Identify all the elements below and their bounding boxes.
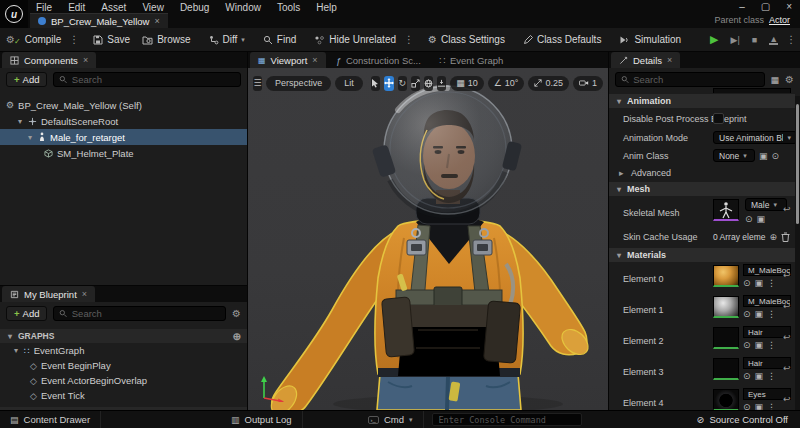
menu-view[interactable]: View — [142, 2, 164, 13]
camera-speed-control[interactable]: 1 — [573, 76, 603, 91]
viewport-3d-area[interactable]: ☰ Perspective Lit ↻ — [248, 68, 608, 410]
details-scrollbar-thumb[interactable] — [796, 104, 799, 224]
compile-options-kebab[interactable]: ⋮ — [67, 34, 81, 45]
add-array-element-icon[interactable]: ⊕ — [769, 232, 777, 242]
components-add-button[interactable]: + Add — [6, 72, 47, 87]
tab-details[interactable]: Details × — [611, 52, 680, 68]
close-window-button[interactable]: × — [786, 1, 792, 12]
scale-snap-toggle[interactable]: 0.25 — [528, 76, 569, 91]
tab-components[interactable]: Components × — [2, 52, 96, 68]
class-settings-button[interactable]: ⚙ Class Settings — [422, 28, 511, 52]
material-options-kebab[interactable]: ⋮ — [767, 371, 776, 381]
tab-event-graph[interactable]: ∷ Event Graph — [431, 52, 511, 68]
material-options-kebab[interactable]: ⋮ — [767, 340, 776, 350]
details-tab-close-icon[interactable]: × — [667, 55, 672, 65]
details-scrollbar[interactable] — [795, 96, 800, 410]
tab-my-blueprint[interactable]: My Blueprint × — [2, 286, 95, 302]
material-thumbnail[interactable] — [713, 265, 739, 287]
components-search-input[interactable] — [72, 74, 235, 85]
lit-dropdown[interactable]: Lit — [335, 76, 363, 91]
browse-button[interactable]: Browse — [136, 28, 196, 52]
use-selected-asset-icon[interactable]: ⊙ — [745, 214, 753, 224]
use-selected-asset-icon[interactable]: ⊙ — [743, 402, 751, 410]
skeletal-mesh-dropdown[interactable]: Male ▾ — [745, 198, 787, 211]
components-tab-close-icon[interactable]: × — [83, 55, 88, 65]
scale-snap-value[interactable]: 0.25 — [545, 78, 563, 88]
advanced-label[interactable]: Advanced — [631, 168, 671, 178]
browse-asset-icon[interactable]: ▣ — [755, 402, 764, 410]
reset-to-default-icon[interactable]: ↩ — [783, 270, 791, 280]
details-settings-gear-icon[interactable]: ⚙ — [785, 74, 794, 85]
browse-asset-icon[interactable]: ▣ — [757, 214, 766, 224]
details-search[interactable] — [615, 72, 765, 87]
tab-construction-script[interactable]: ƒ Construction Sc... — [328, 52, 429, 68]
graphs-section-header[interactable]: ▾ GRAPHS ⊕ — [0, 329, 247, 343]
details-search-input[interactable] — [633, 74, 758, 85]
reset-to-default-icon[interactable]: ↩ — [783, 204, 791, 214]
tree-row-event-beginplay[interactable]: ◇ Event BeginPlay — [0, 358, 247, 373]
hide-unrelated-kebab[interactable]: ⋮ — [402, 34, 416, 45]
reset-to-default-icon[interactable]: ↩ — [783, 394, 791, 404]
tab-viewport[interactable]: ▦ Viewport × — [250, 52, 326, 68]
character-male-astronaut[interactable] — [248, 68, 608, 410]
material-thumbnail[interactable] — [713, 389, 739, 410]
console-command-input-box[interactable] — [432, 413, 582, 426]
select-tool[interactable] — [371, 76, 380, 91]
material-options-kebab[interactable]: ⋮ — [767, 402, 776, 410]
rotation-snap-value[interactable]: 10° — [505, 78, 519, 88]
browse-asset-icon[interactable]: ▣ — [759, 151, 768, 161]
use-selected-asset-icon[interactable]: ⊙ — [743, 278, 751, 288]
my-blueprint-settings-gear-icon[interactable]: ⚙ — [232, 308, 241, 319]
menu-file[interactable]: File — [36, 2, 52, 13]
disable-post-process-checkbox[interactable] — [713, 113, 724, 124]
use-selected-asset-icon[interactable]: ⊙ — [743, 309, 751, 319]
perspective-dropdown[interactable]: Perspective — [266, 76, 331, 91]
my-blueprint-search[interactable] — [53, 306, 226, 321]
browse-asset-icon[interactable]: ▣ — [755, 340, 764, 350]
content-drawer-button[interactable]: ▤ Content Drawer — [0, 411, 101, 428]
rotation-snap-toggle[interactable]: ∠ 10° — [488, 76, 525, 91]
reset-to-default-icon[interactable]: ↩ — [783, 332, 791, 342]
minimize-button[interactable]: – — [739, 1, 745, 12]
cmd-dropdown[interactable]: ›_ Cmd ▾ — [358, 411, 424, 428]
section-animation[interactable]: ▾ Animation — [609, 94, 795, 108]
my-blueprint-add-button[interactable]: + Add — [6, 306, 47, 321]
use-selected-asset-icon[interactable]: ⊙ — [743, 340, 751, 350]
viewport-menu-icon[interactable]: ☰ — [253, 76, 262, 91]
tree-row-defaultsceneroot[interactable]: ▾ DefaultSceneRoot — [0, 113, 247, 129]
expander-icon[interactable]: ▾ — [12, 346, 20, 355]
unreal-logo[interactable]: u — [0, 0, 28, 28]
parent-class-link[interactable]: Actor — [769, 15, 790, 25]
menu-help[interactable]: Help — [316, 2, 337, 13]
scale-tool[interactable] — [411, 76, 420, 91]
grid-snap-toggle[interactable]: ▦ 10 — [450, 76, 484, 91]
expander-icon[interactable]: ▾ — [16, 117, 24, 126]
find-button[interactable]: Find — [257, 28, 302, 52]
my-blueprint-search-input[interactable] — [72, 308, 220, 319]
world-coordinate-toggle[interactable] — [424, 76, 433, 91]
components-search[interactable] — [53, 72, 241, 87]
anim-class-dropdown[interactable]: None ▾ — [713, 149, 755, 162]
reset-to-default-icon[interactable]: ↩ — [783, 301, 791, 311]
section-mesh[interactable]: ▾ Mesh — [609, 182, 795, 196]
maximize-button[interactable]: ▢ — [761, 1, 770, 12]
skeletal-mesh-thumbnail[interactable] — [713, 199, 739, 221]
material-options-kebab[interactable]: ⋮ — [767, 309, 776, 319]
source-control-button[interactable]: ⊘ Source Control Off — [697, 414, 800, 425]
menu-window[interactable]: Window — [225, 2, 261, 13]
add-graph-plus-icon[interactable]: ⊕ — [233, 331, 241, 342]
tree-row-event-tick[interactable]: ◇ Event Tick — [0, 388, 247, 403]
menu-tools[interactable]: Tools — [277, 2, 300, 13]
viewport-tab-close-icon[interactable]: × — [312, 55, 317, 65]
browse-asset-icon[interactable]: ▣ — [755, 278, 764, 288]
advanced-expander-row[interactable]: ▸ — [619, 168, 624, 178]
stop-button[interactable]: ■ — [746, 28, 763, 52]
frame-skip-button[interactable]: ▶| — [725, 28, 746, 52]
material-thumbnail[interactable] — [713, 296, 739, 318]
class-defaults-button[interactable]: Class Defaults — [517, 28, 607, 52]
menu-edit[interactable]: Edit — [68, 2, 85, 13]
hide-unrelated-button[interactable]: Hide Unrelated — [308, 28, 402, 52]
surface-snap-toggle[interactable] — [437, 76, 446, 91]
play-options-kebab[interactable]: ⋮ — [784, 34, 798, 45]
console-command-input[interactable] — [439, 415, 575, 425]
